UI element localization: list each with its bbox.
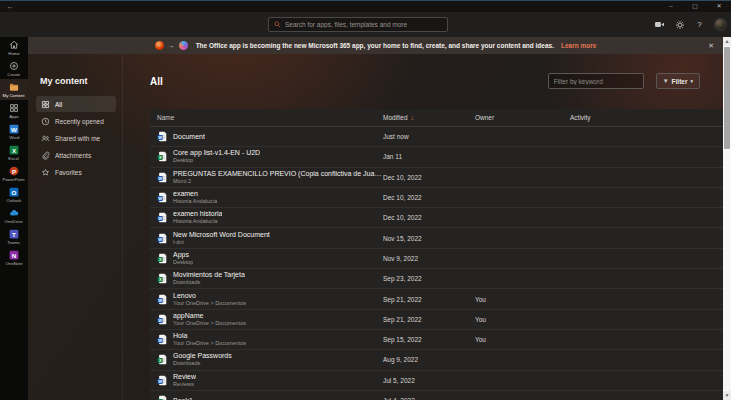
onenote-icon: N <box>9 250 19 260</box>
minimize-button[interactable]: – <box>659 1 683 12</box>
file-location: Micro 2 <box>173 178 383 185</box>
table-row[interactable]: W examen Historia Andalucía Dec 10, 2022 <box>150 188 723 208</box>
word-file-icon: W <box>157 375 167 386</box>
table-row[interactable]: W Lenovo Your OneDrive > Documentos Sep … <box>150 289 723 309</box>
table-row[interactable]: X Google Passwords Downloads Aug 9, 2022 <box>150 350 723 370</box>
table-row[interactable]: X Core app list-v1.4-EN - U2D Desktop Ja… <box>150 147 723 167</box>
table-row[interactable]: W appName Your OneDrive > Documentos Sep… <box>150 310 723 330</box>
main-header: All ▼ Filter ▾ <box>150 73 723 89</box>
nav-rail-item-create[interactable]: Create <box>0 58 28 79</box>
word-file-icon: W <box>157 172 167 183</box>
maximize-button[interactable]: ▢ <box>683 1 707 12</box>
folder-icon <box>9 82 19 92</box>
file-modified: Jan 11 <box>383 153 475 160</box>
file-name: Movimientos de Tarjeta <box>173 271 245 279</box>
column-header-name[interactable]: Name <box>150 114 383 121</box>
sidebar-item-favorites[interactable]: Favorites <box>36 164 116 180</box>
nav-rail-item-home[interactable]: Home <box>0 37 28 58</box>
table-row[interactable]: X Movimientos de Tarjeta Downloads Sep 2… <box>150 269 723 289</box>
excel-icon: X <box>9 145 19 155</box>
help-icon[interactable]: ? <box>694 19 705 30</box>
main-panel: All ▼ Filter ▾ Name Modified↓ <box>123 54 723 400</box>
file-modified: Sep 21, 2022 <box>383 296 475 303</box>
svg-text:X: X <box>159 155 162 160</box>
svg-text:P: P <box>12 167 16 174</box>
banner-close-icon[interactable]: ✕ <box>708 37 714 54</box>
nav-rail-item-apps[interactable]: Apps <box>0 100 28 121</box>
file-name: Review <box>173 373 196 381</box>
sidebar-item-all[interactable]: All <box>36 96 116 112</box>
table-row[interactable]: W Review Reviews Jul 5, 2022 <box>150 371 723 391</box>
nav-rail-item-word[interactable]: W Word <box>0 121 28 142</box>
table-row[interactable]: X Apps Desktop Nov 9, 2022 <box>150 249 723 269</box>
filter-keyword-input[interactable] <box>548 73 644 89</box>
column-header-modified[interactable]: Modified↓ <box>383 114 475 121</box>
svg-text:O: O <box>12 188 17 195</box>
office-app-window: ← – ▢ ✕ ? Home <box>0 0 731 400</box>
settings-gear-icon[interactable] <box>674 19 685 30</box>
profile-avatar[interactable] <box>714 18 727 31</box>
nav-rail-item-label: OneDrive <box>5 219 23 224</box>
search-input[interactable] <box>285 21 442 28</box>
scrollbar-thumb[interactable] <box>724 47 730 149</box>
star-icon <box>41 168 50 177</box>
table-row[interactable]: W Document Just now <box>150 127 723 147</box>
file-location: Your OneDrive > Documentos <box>173 320 246 327</box>
filter-button[interactable]: ▼ Filter ▾ <box>656 73 700 89</box>
file-name: Hola <box>173 332 246 340</box>
table-row[interactable]: W PREGUNTAS EXAMENCILLO PREVIO (Copia co… <box>150 168 723 188</box>
window-controls: – ▢ ✕ <box>659 1 731 12</box>
svg-text:W: W <box>158 379 162 384</box>
nav-rail-item-outlook[interactable]: O Outlook <box>0 184 28 205</box>
nav-rail-item-excel[interactable]: X Excel <box>0 142 28 163</box>
nav-rail-item-onedrive[interactable]: OneDrive <box>0 205 28 226</box>
svg-text:X: X <box>159 277 162 282</box>
search-icon <box>274 21 281 28</box>
svg-text:W: W <box>158 176 162 181</box>
file-modified: Nov 15, 2022 <box>383 235 475 242</box>
nav-rail-item-teams[interactable]: T Teams <box>0 226 28 247</box>
scrollbar[interactable]: ▲ ▼ <box>723 37 731 400</box>
svg-text:W: W <box>158 338 162 343</box>
excel-file-icon: X <box>157 273 167 284</box>
table-row[interactable]: X Book1 Jul 4, 2022 <box>150 391 723 400</box>
column-header-owner[interactable]: Owner <box>475 114 570 121</box>
sidebar-item-recent[interactable]: Recently opened <box>36 113 116 129</box>
sidebar-item-attachments[interactable]: Attachments <box>36 147 116 163</box>
office-logo-icon <box>155 41 164 50</box>
filter-icon: ▼ <box>663 78 669 84</box>
word-file-icon: W <box>157 212 167 223</box>
nav-rail-item-mycontent[interactable]: My Content <box>0 79 28 100</box>
file-location: Reviews <box>173 381 196 388</box>
column-header-activity[interactable]: Activity <box>570 114 723 121</box>
scroll-down-icon[interactable]: ▼ <box>723 391 731 400</box>
clock-icon <box>41 117 50 126</box>
file-modified: Nov 9, 2022 <box>383 255 475 262</box>
file-location: Downloads <box>173 360 232 367</box>
scroll-up-icon[interactable]: ▲ <box>723 37 731 46</box>
nav-rail-item-label: Apps <box>9 114 19 119</box>
file-owner: You <box>475 316 570 323</box>
table-row[interactable]: W Hola Your OneDrive > Documentos Sep 15… <box>150 330 723 350</box>
learn-more-link[interactable]: Learn more <box>561 42 596 49</box>
word-file-icon: W <box>157 233 167 244</box>
sidebar-item-label: All <box>55 101 62 108</box>
file-name: examen <box>173 190 217 198</box>
excel-file-icon: X <box>157 395 167 400</box>
close-button[interactable]: ✕ <box>707 1 731 12</box>
svg-text:W: W <box>158 298 162 303</box>
meet-now-icon[interactable] <box>654 19 665 30</box>
back-icon[interactable]: ← <box>6 2 14 11</box>
excel-file-icon: X <box>157 253 167 264</box>
nav-rail-item-onenote[interactable]: N OneNote <box>0 247 28 268</box>
table-row[interactable]: W New Microsoft Word Document I-dni Nov … <box>150 228 723 248</box>
file-table: Name Modified↓ Owner Activity W Docume <box>150 109 723 400</box>
nav-rail-item-powerpoint[interactable]: P PowerPoint <box>0 163 28 184</box>
file-owner: You <box>475 336 570 343</box>
search-box[interactable] <box>268 17 448 32</box>
file-modified: Dec 10, 2022 <box>383 174 475 181</box>
table-row[interactable]: W examen historia Historia Andalucía Dec… <box>150 208 723 228</box>
nav-rail-item-label: Create <box>8 72 21 77</box>
sidebar-item-shared[interactable]: Shared with me <box>36 130 116 146</box>
outlook-icon: O <box>9 187 19 197</box>
